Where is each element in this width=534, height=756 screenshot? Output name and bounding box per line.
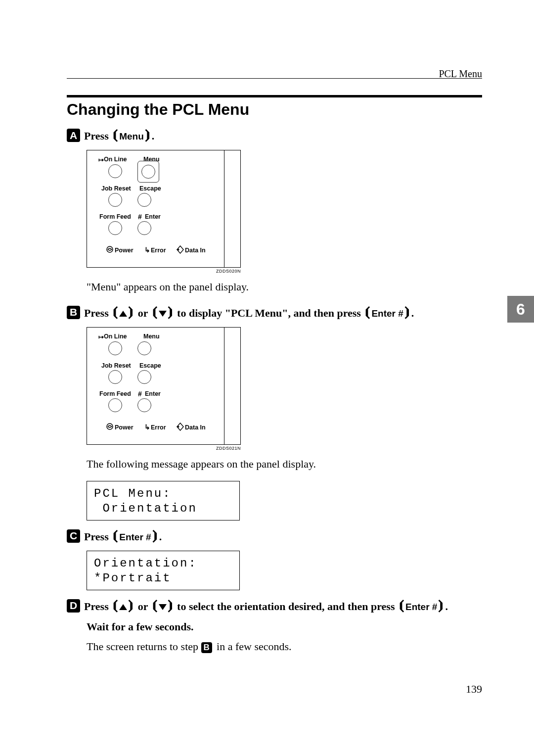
label-datain: Data In [185,424,206,431]
datain-icon [176,423,184,433]
step-1-body: "Menu" appears on the panel display. [87,280,482,295]
left-bracket-icon: ⦗ [151,598,159,613]
jobreset-button [108,370,122,384]
lcd-line-2: *Portrait [94,571,232,586]
figure-code-2: ZDDS021N [87,446,241,451]
step-4-body: The screen returns to step B in a few se… [87,639,482,655]
step-3-pre: Press [84,530,111,543]
up-triangle-icon [119,311,127,317]
label-menu: Menu [143,333,160,340]
label-enter: Enter [145,213,161,220]
step-4-badge: D [67,599,80,613]
enter-hash-key-label: Enter # [405,602,437,612]
jobreset-button [108,193,122,207]
step-2-mid: or [135,307,150,319]
chapter-tab: 6 [507,296,534,323]
section-rule [67,95,482,97]
error-icon: ↳ [144,246,150,254]
label-online: On Line [104,156,127,163]
enter-button [137,398,151,412]
menu-button-highlight [137,161,159,183]
online-button [108,164,122,178]
step-3-text: Press ⦗Enter #⦘. [84,527,162,545]
label-datain: Data In [185,247,206,254]
step-4-continuation: Wait for a few seconds. [87,620,482,633]
menu-key-label: Menu [119,131,144,142]
label-power: Power [115,247,134,254]
step-4-post: . [445,600,448,613]
right-bracket-icon: ⦘ [151,528,159,543]
step-2-pre: Press [84,307,111,319]
step-1-post: . [152,130,155,142]
step-2-tail: to display "PCL Menu", and then press [175,307,364,319]
enter-hash-key-label: Enter # [371,308,403,319]
step-1: A Press ⦗Menu⦘. [67,127,482,144]
step-2-text: Press ⦗⦘ or ⦗⦘ to display "PCL Menu", an… [84,304,414,321]
step-2-body: The following message appears on the pan… [87,457,482,472]
up-triangle-icon [119,604,127,610]
down-button [183,219,198,231]
label-jobreset: Job Reset [101,362,131,369]
hash-icon: # [138,213,142,221]
step-4: D Press ⦗⦘ or ⦗⦘ to select the orientati… [67,597,482,614]
escape-button [137,370,151,384]
label-formfeed: Form Feed [99,390,131,397]
right-bracket-icon: ⦘ [167,305,175,320]
left-bracket-icon: ⦗ [111,128,119,142]
power-icon [106,423,114,432]
step-1-badge: A [67,129,80,142]
left-bracket-icon: ⦗ [111,598,119,613]
step-4-mid: or [135,600,150,613]
enter-hash-key-label: Enter # [119,532,151,542]
down-triangle-icon [159,311,167,317]
label-formfeed: Form Feed [99,213,131,220]
menu-button [141,165,155,179]
online-arrow-icon: ↦ [98,333,104,341]
control-panel-figure-1: ↦ On Line Menu Job Reset Escape Form Fee… [87,150,241,268]
formfeed-button [108,398,122,412]
left-bracket-icon: ⦗ [363,305,371,320]
error-icon: ↳ [144,423,150,431]
up-button [183,357,198,369]
step-1-text: Press ⦗Menu⦘. [84,127,154,144]
label-online: On Line [104,333,127,340]
step-3-post: . [159,530,162,543]
step-2-post: . [411,307,414,319]
left-bracket-icon: ⦗ [111,305,119,320]
power-icon [106,245,114,255]
figure-code-1: ZDDS020N [87,269,241,274]
label-error: Error [151,247,166,254]
lcd-display-1: PCL Menu: Orientation [87,481,240,520]
label-jobreset: Job Reset [101,185,131,192]
lcd-line-2: Orientation [94,501,232,516]
step-2-badge: B [67,306,80,319]
control-panel-figure-2: ↦ On Line Menu Job Reset Escape Form Fee… [87,327,241,445]
down-button [183,396,198,408]
datain-icon [176,245,184,256]
left-bracket-icon: ⦗ [111,528,119,543]
online-button [108,341,122,355]
step-ref-badge: B [201,642,212,653]
step-4-body-b: in a few seconds. [214,640,292,653]
escape-button [137,193,151,207]
left-bracket-icon: ⦗ [151,305,159,320]
enter-button [137,221,151,235]
formfeed-button [108,221,122,235]
page-number: 139 [466,683,482,696]
down-triangle-icon [159,604,167,610]
lcd-line-1: PCL Menu: [94,486,232,501]
label-error: Error [151,424,166,431]
label-escape: Escape [139,185,161,192]
step-2: B Press ⦗⦘ or ⦗⦘ to display "PCL Menu", … [67,304,482,321]
up-button [183,180,198,191]
step-4-tail: to select the orientation desired, and t… [175,600,398,613]
left-bracket-icon: ⦗ [398,598,405,613]
hash-icon: # [138,390,142,398]
right-bracket-icon: ⦘ [437,598,445,613]
label-escape: Escape [139,362,161,369]
step-4-pre: Press [84,600,111,613]
step-4-text: Press ⦗⦘ or ⦗⦘ to select the orientation… [84,597,448,614]
step-1-pre: Press [84,130,111,142]
right-bracket-icon: ⦘ [127,305,135,320]
right-bracket-icon: ⦘ [127,598,135,613]
